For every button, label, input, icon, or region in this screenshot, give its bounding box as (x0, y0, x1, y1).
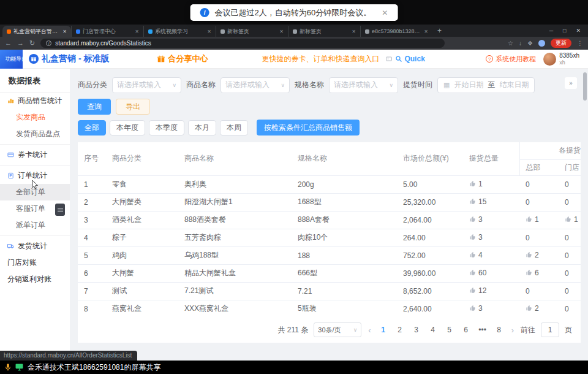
tab-close-icon[interactable]: ✕ (352, 29, 356, 34)
query-button[interactable]: 查询 (78, 99, 111, 115)
sidebar-item[interactable]: 派单订单 (0, 217, 70, 234)
quick-filter-chip[interactable]: 本季度 (149, 120, 184, 135)
thumb-icon (469, 287, 476, 296)
quick-filter-chip[interactable]: 本周 (220, 120, 248, 135)
quick-filter-chip[interactable]: 全部 (78, 120, 106, 135)
goto-page-input[interactable] (541, 322, 559, 337)
tutorial-label: 系统使用教程 (496, 55, 536, 64)
browser-tab[interactable]: 新标签页✕ (216, 26, 288, 37)
sidebar-item-label: 订单统计 (18, 170, 47, 181)
filter-select[interactable]: 请选择或输入∨ (329, 77, 398, 93)
sidebar-item[interactable]: 发货统计 (0, 238, 70, 254)
share-center-link[interactable]: 合分享中心 (157, 53, 208, 64)
tutorial-link[interactable]: ? 系统使用教程 (486, 55, 536, 64)
sidebar-item[interactable]: 分销返利对账 (0, 271, 70, 288)
refresh-icon[interactable]: ↻ (29, 40, 35, 47)
pickup-store-cell: 0 (559, 300, 581, 317)
new-tab-button[interactable]: + (432, 26, 447, 35)
page-size-value: 30条/页 (318, 326, 341, 335)
tab-close-icon[interactable]: ✕ (62, 29, 67, 34)
export-button[interactable]: 导出 (116, 99, 150, 115)
browser-tab[interactable]: 门店管理中心✕ (71, 26, 143, 37)
maximize-button[interactable]: □ (563, 28, 566, 34)
column-header: 序号 (78, 142, 106, 175)
data-cell: 264.00 (397, 229, 463, 246)
sidebar-item[interactable]: 发货商品盘点 (0, 126, 70, 142)
sidebar-item[interactable]: 实发商品 (0, 109, 70, 126)
toast-close-icon[interactable]: ✕ (382, 9, 388, 17)
quick-filter-chip[interactable]: 本年度 (110, 120, 145, 135)
function-nav-button[interactable]: 功能导航 (0, 50, 23, 69)
table-row: 3酒类礼盒888酒类套餐888A套餐2,064.00311 (78, 211, 581, 229)
browser-profile-avatar[interactable] (538, 40, 545, 47)
sidebar-item[interactable]: 门店对账 (0, 254, 70, 271)
filter-select[interactable]: 请选择或输入∨ (221, 77, 290, 93)
page-number[interactable]: 5 (444, 326, 455, 334)
page-number[interactable]: 8 (494, 326, 505, 334)
thumb-icon (469, 216, 476, 224)
filter-select[interactable]: 请选择或输入∨ (112, 77, 181, 93)
address-input[interactable]: i standard.maboy.cn/GoodsStatistics (40, 39, 445, 48)
page-number[interactable]: 6 (461, 326, 472, 334)
collapse-panel-button[interactable]: » (565, 77, 577, 89)
pickup-total-cell: 3 (463, 229, 519, 246)
browser-tab[interactable]: e8c573980b1328a258fd2e6f✕ (360, 26, 432, 37)
browser-tab[interactable]: 礼盒营销平台管理中心✕ (2, 26, 71, 37)
app-logo: 礼盒营销 - 标准版 (29, 53, 109, 64)
extensions-icon[interactable]: ❖ (527, 40, 533, 47)
data-cell: 燕窝礼盒 (106, 300, 178, 317)
thumb-icon (469, 234, 476, 242)
data-cell: 肉粽10个 (292, 229, 397, 246)
page-number[interactable]: 3 (411, 326, 422, 334)
date-range-picker[interactable]: ▦ 开始日期 至 结束日期 (437, 77, 535, 93)
prev-page-button[interactable]: ‹ (367, 326, 372, 335)
question-icon: ? (486, 55, 493, 63)
page-size-select[interactable]: 30条/页 ∨ (314, 322, 361, 337)
tab-close-icon[interactable]: ✕ (135, 29, 139, 34)
browser-tab[interactable]: 系统视频学习✕ (143, 26, 216, 37)
pickup-value: 0 (565, 305, 569, 313)
data-cell: 零食 (106, 175, 178, 193)
sidebar-item[interactable]: 券卡统计 (0, 147, 70, 163)
browser-tab[interactable]: 新标签页✕ (288, 26, 360, 37)
download-icon[interactable]: ↓ (519, 40, 522, 47)
back-icon[interactable]: ← (5, 40, 12, 47)
url-text: standard.maboy.cn/GoodsStatistics (55, 40, 151, 47)
browser-update-button[interactable]: 更新 (551, 39, 571, 48)
tab-close-icon[interactable]: ✕ (424, 29, 428, 34)
sidebar-item-label: 分销返利对账 (7, 274, 51, 284)
pickup-value: 1 (478, 180, 483, 188)
pickup-total-cell: 4 (463, 246, 519, 264)
kebab-menu-icon[interactable]: ⋮ (577, 40, 583, 47)
minimize-button[interactable]: ─ (549, 28, 553, 34)
window-close-button[interactable]: ✕ (576, 28, 581, 34)
page-number[interactable]: 4 (428, 326, 439, 334)
tab-close-icon[interactable]: ✕ (207, 29, 211, 34)
username: 8385xh (559, 52, 579, 59)
vertical-scrollbar[interactable] (583, 72, 587, 101)
quick-search-link[interactable]: Quick (395, 55, 424, 63)
tab-strip: 礼盒营销平台管理中心✕门店管理中心✕系统视频学习✕新标签页✕新标签页✕e8c57… (2, 25, 432, 37)
tab-close-icon[interactable]: ✕ (279, 29, 284, 34)
screen-share-text: 金禾通技术王斌18662591081的屏幕共享 (28, 362, 160, 373)
forward-icon[interactable]: → (17, 40, 24, 47)
user-menu[interactable]: 8385xh xh (543, 52, 579, 66)
site-info-icon[interactable]: i (46, 40, 51, 46)
bookmark-star-icon[interactable]: ☆ (508, 40, 513, 47)
page-number[interactable]: ••• (477, 326, 488, 334)
next-page-button[interactable]: › (510, 326, 515, 335)
pickup-value: 3 (478, 215, 483, 224)
summary-button[interactable]: 按检索条件汇总商品销售额 (257, 120, 360, 135)
data-cell: 5瓶装 (292, 300, 397, 317)
select-placeholder: 请选择或输入 (225, 80, 270, 90)
pickup-value: 0 (565, 234, 569, 242)
quick-filter-chip[interactable]: 本月 (188, 120, 216, 135)
thumb-icon (526, 216, 532, 224)
column-header: 提货总量 (463, 142, 519, 175)
sidebar-item[interactable]: 商品销售统计 (0, 93, 70, 109)
app-title: 礼盒营销 - 标准版 (42, 53, 109, 64)
sidebar-handle[interactable] (55, 204, 65, 216)
column-header: 商品名称 (178, 142, 292, 175)
page-number[interactable]: 2 (394, 326, 405, 334)
page-number[interactable]: 1 (378, 326, 389, 334)
